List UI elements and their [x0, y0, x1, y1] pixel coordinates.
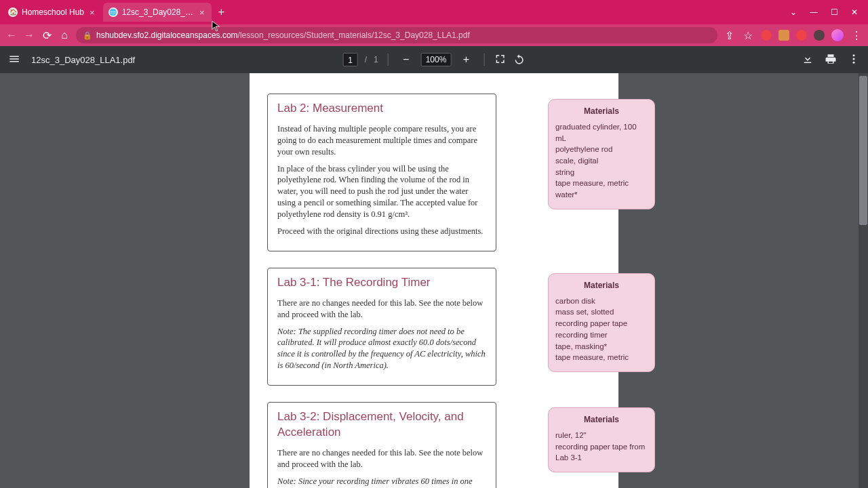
- tab-label: Homeschool Hub: [22, 7, 84, 17]
- lab-note: Note: The supplied recording timer does …: [277, 326, 486, 372]
- toolbar-divider: [484, 54, 484, 66]
- materials-box: Materialsgraduated cylinder, 100 mLpolye…: [548, 99, 655, 209]
- page-total: 1: [374, 55, 378, 64]
- lab-body: Lab 3-2: Displacement, Velocity, and Acc…: [267, 402, 496, 488]
- lab-paragraph: In place of the brass cylinder you will …: [277, 163, 486, 220]
- materials-item: scale, digital: [555, 155, 648, 167]
- tab-pdf[interactable]: 🌐 12sc_3_Day028_LLA1.pdf ×: [103, 3, 212, 22]
- materials-item: mass set, slotted: [555, 306, 648, 318]
- forward-button[interactable]: →: [23, 29, 35, 41]
- lab-paragraph: Proceed with the original directions usi…: [277, 226, 486, 237]
- more-menu-icon[interactable]: [848, 53, 860, 67]
- pdf-toolbar-right: [802, 53, 860, 67]
- share-icon[interactable]: ⇪: [723, 29, 735, 41]
- close-tab-icon[interactable]: ×: [198, 7, 206, 18]
- lab-paragraph: There are no changes needed for this lab…: [277, 298, 486, 321]
- lab-title: Lab 2: Measurement: [277, 101, 486, 117]
- close-window-icon[interactable]: ✕: [850, 8, 859, 16]
- lab-block: Lab 3-2: Displacement, Velocity, and Acc…: [267, 402, 601, 488]
- bookmark-icon[interactable]: ☆: [742, 29, 754, 41]
- materials-item: recording timer: [555, 329, 648, 341]
- materials-item: recording paper tape from Lab 3-1: [555, 441, 648, 464]
- rotate-icon[interactable]: [513, 53, 525, 67]
- close-tab-icon[interactable]: ×: [88, 7, 96, 18]
- svg-point-0: [853, 54, 855, 56]
- lab-note: Note: Since your recording timer vibrate…: [277, 476, 486, 488]
- materials-box: Materialsruler, 12"recording paper tape …: [548, 407, 655, 472]
- minimize-icon[interactable]: —: [810, 8, 818, 16]
- home-button[interactable]: ⌂: [58, 29, 71, 41]
- url-text: hshubdev.sfo2.digitaloceanspaces.com/les…: [96, 30, 470, 40]
- materials-item: water*: [555, 189, 648, 201]
- zoom-in-button[interactable]: +: [458, 52, 474, 68]
- materials-box: Materialscarbon diskmass set, slottedrec…: [548, 273, 655, 372]
- reload-button[interactable]: ⟳: [41, 29, 53, 41]
- extension-icon[interactable]: [761, 30, 772, 41]
- materials-item: polyethylene rod: [555, 144, 648, 155]
- zoom-level[interactable]: 100%: [421, 53, 452, 66]
- pdf-toolbar-center: 1 / 1 − 100% +: [343, 52, 526, 68]
- lab-title: Lab 3-1: The Recording Timer: [277, 275, 486, 291]
- lab-title: Lab 3-2: Displacement, Velocity, and Acc…: [277, 409, 486, 441]
- materials-item: tape measure, metric: [555, 178, 648, 189]
- svg-point-2: [853, 61, 855, 63]
- lab-paragraph: Instead of having multiple people compar…: [277, 123, 486, 158]
- lab-body: Lab 2: MeasurementInstead of having mult…: [267, 94, 496, 251]
- url-field[interactable]: 🔒 hshubdev.sfo2.digitaloceanspaces.com/l…: [76, 27, 717, 43]
- materials-header: Materials: [555, 281, 648, 290]
- browser-title-bar: 🏠 Homeschool Hub × 🌐 12sc_3_Day028_LLA1.…: [0, 0, 868, 24]
- materials-item: carbon disk: [555, 296, 648, 307]
- kebab-menu-icon[interactable]: ⋮: [850, 29, 863, 41]
- file-name: 12sc_3_Day028_LLA1.pdf: [31, 55, 135, 65]
- materials-header: Materials: [555, 106, 648, 116]
- materials-item: tape, masking*: [555, 341, 648, 352]
- svg-point-1: [853, 58, 855, 60]
- profile-avatar[interactable]: [831, 29, 844, 41]
- new-tab-button[interactable]: +: [213, 6, 230, 18]
- extension-icon[interactable]: [778, 30, 789, 41]
- materials-header: Materials: [555, 415, 648, 424]
- tab-label: 12sc_3_Day028_LLA1.pdf: [122, 7, 194, 17]
- print-icon[interactable]: [825, 53, 837, 67]
- chevron-down-icon[interactable]: ⌄: [789, 8, 797, 16]
- window-controls: ⌄ — ☐ ✕: [789, 8, 865, 16]
- download-icon[interactable]: [802, 53, 814, 67]
- tab-favicon: 🌐: [108, 7, 118, 17]
- materials-item: graduated cylinder, 100 mL: [555, 121, 648, 144]
- materials-list: carbon diskmass set, slottedrecording pa…: [555, 296, 648, 363]
- materials-list: ruler, 12"recording paper tape from Lab …: [555, 430, 648, 464]
- extensions-menu-icon[interactable]: [814, 30, 825, 41]
- lock-icon: 🔒: [83, 31, 92, 40]
- lab-block: Lab 2: MeasurementInstead of having mult…: [267, 94, 601, 251]
- lab-body: Lab 3-1: The Recording TimerThere are no…: [267, 268, 496, 386]
- pdf-toolbar: 12sc_3_Day028_LLA1.pdf 1 / 1 − 100% +: [0, 46, 868, 73]
- back-button[interactable]: ←: [5, 29, 18, 41]
- fit-page-icon[interactable]: [494, 53, 506, 67]
- maximize-icon[interactable]: ☐: [830, 8, 838, 16]
- page-separator: /: [365, 55, 367, 64]
- materials-item: string: [555, 167, 648, 178]
- materials-item: tape measure, metric: [555, 352, 648, 363]
- pdf-viewport[interactable]: Lab 2: MeasurementInstead of having mult…: [0, 73, 868, 488]
- materials-item: recording paper tape: [555, 318, 648, 329]
- scrollbar-track[interactable]: [859, 73, 868, 488]
- scrollbar-thumb[interactable]: [859, 76, 867, 225]
- tab-homeschool-hub[interactable]: 🏠 Homeschool Hub ×: [3, 3, 102, 22]
- toolbar-divider: [388, 54, 389, 66]
- pdf-page: Lab 2: MeasurementInstead of having mult…: [250, 73, 618, 488]
- extension-icon[interactable]: [796, 30, 807, 41]
- address-bar: ← → ⟳ ⌂ 🔒 hshubdev.sfo2.digitaloceanspac…: [0, 24, 868, 46]
- sidebar-toggle-icon[interactable]: [8, 53, 20, 67]
- materials-list: graduated cylinder, 100 mLpolyethylene r…: [555, 121, 648, 201]
- zoom-out-button[interactable]: −: [398, 52, 414, 68]
- tab-favicon: 🏠: [8, 7, 18, 17]
- extension-icons: ⇪ ☆ ⋮: [723, 29, 863, 41]
- page-current-input[interactable]: 1: [343, 53, 358, 66]
- lab-block: Lab 3-1: The Recording TimerThere are no…: [267, 268, 601, 386]
- lab-paragraph: There are no changes needed for this lab…: [277, 447, 486, 470]
- materials-item: ruler, 12": [555, 430, 648, 441]
